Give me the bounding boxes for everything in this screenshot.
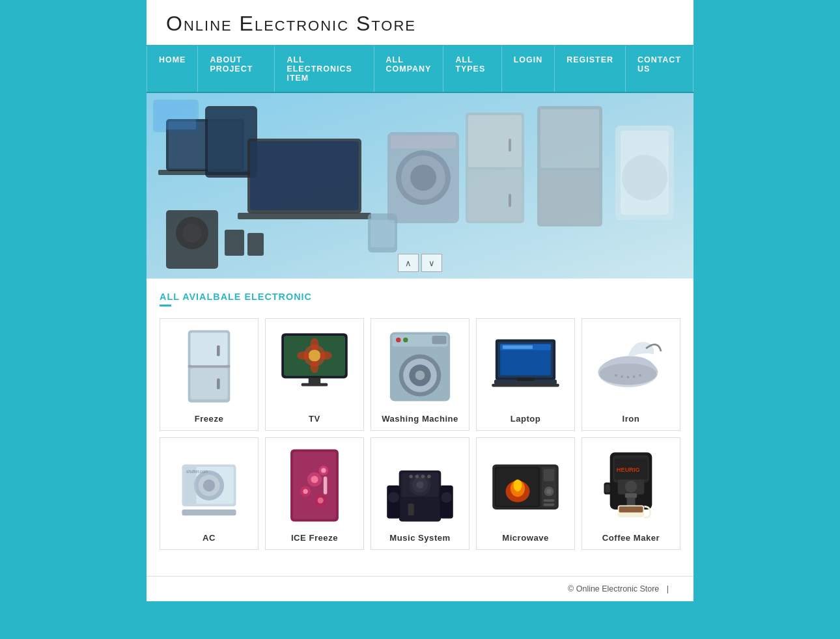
product-image-ice-freeze bbox=[272, 443, 357, 528]
product-card-music-system[interactable]: Music System bbox=[371, 437, 469, 550]
svg-text:HEURIG: HEURIG bbox=[617, 467, 640, 473]
svg-rect-17 bbox=[468, 170, 522, 221]
svg-point-44 bbox=[309, 349, 320, 361]
product-card-freeze[interactable]: Freeze bbox=[160, 318, 259, 431]
svg-point-102 bbox=[441, 492, 452, 503]
svg-point-47 bbox=[297, 351, 309, 360]
svg-rect-39 bbox=[217, 378, 220, 389]
svg-rect-14 bbox=[391, 135, 456, 148]
svg-point-46 bbox=[311, 361, 319, 373]
nav-all-types[interactable]: ALL TYPES bbox=[443, 46, 501, 92]
nav-home[interactable]: HOME bbox=[147, 46, 198, 92]
svg-point-92 bbox=[318, 497, 324, 503]
svg-point-125 bbox=[625, 481, 637, 493]
svg-rect-59 bbox=[432, 336, 446, 344]
section-title: ALL AVIALBALE ELECTRONIC bbox=[160, 292, 680, 302]
nav-all-electronics-item[interactable]: ALL ELECTRONICS ITEM bbox=[275, 46, 374, 92]
svg-point-71 bbox=[621, 375, 623, 378]
product-image-ac: shutter.com bbox=[167, 443, 251, 528]
svg-rect-118 bbox=[544, 499, 555, 502]
svg-rect-38 bbox=[217, 346, 220, 357]
svg-rect-36 bbox=[190, 333, 227, 366]
hero-image bbox=[147, 93, 693, 279]
product-name-laptop: Laptop bbox=[511, 414, 541, 424]
svg-text:shutter.com: shutter.com bbox=[186, 469, 208, 474]
svg-rect-8 bbox=[250, 141, 359, 210]
product-grid-row2: shutter.com AC bbox=[160, 437, 680, 550]
product-grid-row1: Freeze bbox=[160, 318, 680, 431]
svg-rect-103 bbox=[408, 504, 414, 515]
product-image-laptop bbox=[483, 324, 568, 409]
nav-all-company[interactable]: ALL COMPANY bbox=[374, 46, 444, 92]
svg-rect-119 bbox=[544, 504, 555, 506]
footer-text: © Online Electronic Store bbox=[568, 584, 659, 593]
product-card-washing-machine[interactable]: Washing Machine bbox=[371, 318, 469, 431]
product-name-iron: Iron bbox=[623, 414, 640, 424]
svg-rect-21 bbox=[540, 109, 599, 168]
product-card-ac[interactable]: shutter.com AC bbox=[160, 437, 259, 550]
svg-point-86 bbox=[311, 476, 318, 483]
svg-rect-19 bbox=[509, 194, 511, 207]
svg-rect-29 bbox=[225, 230, 244, 256]
svg-point-98 bbox=[416, 482, 423, 489]
nav-contact-us[interactable]: CONTACT US bbox=[626, 46, 693, 92]
svg-point-45 bbox=[311, 338, 319, 350]
svg-point-56 bbox=[415, 370, 425, 380]
svg-rect-66 bbox=[492, 384, 559, 387]
hero-next-button[interactable]: ∨ bbox=[421, 254, 442, 272]
svg-rect-9 bbox=[238, 213, 371, 219]
svg-rect-81 bbox=[182, 510, 236, 515]
svg-point-74 bbox=[639, 374, 641, 377]
svg-point-48 bbox=[320, 351, 331, 360]
product-card-coffee-maker[interactable]: HEURIG bbox=[581, 437, 680, 550]
svg-rect-34 bbox=[156, 102, 196, 129]
product-name-music-system: Music System bbox=[389, 533, 450, 543]
svg-point-100 bbox=[388, 492, 399, 503]
svg-rect-30 bbox=[247, 233, 264, 256]
svg-point-104 bbox=[409, 474, 413, 478]
svg-rect-115 bbox=[544, 469, 555, 481]
svg-point-90 bbox=[321, 468, 326, 472]
svg-rect-57 bbox=[396, 338, 400, 342]
svg-rect-18 bbox=[509, 139, 511, 152]
product-name-microwave: Microwave bbox=[502, 533, 549, 543]
svg-rect-127 bbox=[627, 497, 636, 506]
svg-point-13 bbox=[410, 165, 436, 191]
nav-register[interactable]: REGISTER bbox=[555, 46, 626, 92]
product-name-ac: AC bbox=[203, 533, 216, 543]
product-card-tv[interactable]: TV bbox=[265, 318, 364, 431]
products-section: ALL AVIALBALE ELECTRONIC bbox=[147, 279, 693, 576]
svg-rect-40 bbox=[188, 365, 231, 368]
product-card-iron[interactable]: Iron bbox=[581, 318, 680, 431]
navbar: HOME ABOUT PROJECT ALL ELECTRONICS ITEM … bbox=[147, 46, 693, 93]
product-name-tv: TV bbox=[309, 414, 320, 424]
svg-rect-32 bbox=[371, 220, 395, 247]
svg-rect-126 bbox=[625, 493, 637, 498]
svg-rect-22 bbox=[540, 170, 599, 224]
product-image-tv bbox=[272, 324, 357, 409]
nav-login[interactable]: LOGIN bbox=[502, 46, 555, 92]
svg-rect-131 bbox=[605, 484, 609, 493]
svg-rect-64 bbox=[503, 346, 533, 349]
product-card-laptop[interactable]: Laptop bbox=[476, 318, 575, 431]
product-name-freeze: Freeze bbox=[195, 414, 224, 424]
footer: © Online Electronic Store | bbox=[147, 576, 693, 601]
hero-banner: ∧ ∨ bbox=[147, 93, 693, 279]
product-card-microwave[interactable]: Microwave bbox=[476, 437, 575, 550]
product-image-washing-machine bbox=[378, 324, 462, 409]
hero-prev-button[interactable]: ∧ bbox=[398, 254, 419, 272]
svg-rect-49 bbox=[309, 378, 320, 384]
product-name-washing-machine: Washing Machine bbox=[382, 414, 458, 424]
product-image-iron bbox=[589, 324, 673, 409]
section-divider bbox=[160, 305, 171, 306]
svg-rect-93 bbox=[324, 476, 328, 495]
product-image-freeze bbox=[167, 324, 251, 409]
svg-point-79 bbox=[203, 480, 215, 491]
svg-point-25 bbox=[622, 155, 667, 200]
footer-separator: | bbox=[667, 584, 669, 593]
product-card-ice-freeze[interactable]: ICE Freeze bbox=[265, 437, 364, 550]
svg-point-106 bbox=[421, 474, 425, 478]
nav-about-project[interactable]: ABOUT PROJECT bbox=[198, 46, 275, 92]
svg-point-107 bbox=[427, 474, 431, 478]
svg-point-72 bbox=[627, 376, 630, 379]
